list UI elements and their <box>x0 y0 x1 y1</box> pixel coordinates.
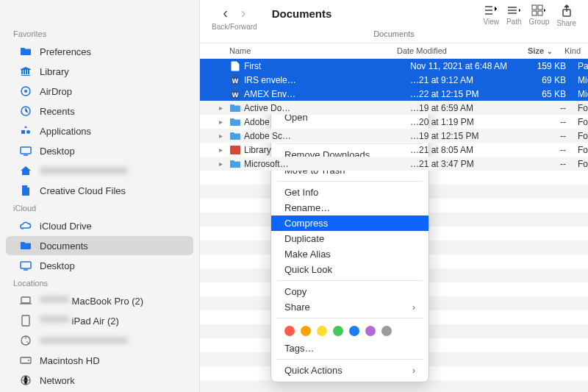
context-menu-item[interactable]: Copy <box>271 284 429 299</box>
context-menu-item[interactable]: Duplicate <box>271 231 429 246</box>
group-icon <box>531 4 546 16</box>
sidebar-item[interactable]: iPad Air (2) <box>6 311 193 330</box>
sidebar-item[interactable]: Desktop <box>6 256 193 275</box>
chevron-right-icon: › <box>412 366 415 376</box>
context-menu-item[interactable]: Make Alias <box>271 246 429 262</box>
back-icon[interactable]: ‹ <box>223 4 228 21</box>
context-menu-item[interactable]: Tags… <box>271 341 429 356</box>
sidebar-item[interactable]: Desktop <box>6 141 193 160</box>
sidebar-item-label: Desktop <box>40 260 75 271</box>
nav-back-forward[interactable]: ‹ › Back/Forward <box>212 4 257 31</box>
sidebar-item[interactable]: Network <box>6 371 193 390</box>
share-button[interactable]: Share <box>556 4 576 27</box>
file-name: Library <box>244 145 404 155</box>
file-size: -- <box>514 131 572 141</box>
svg-rect-6 <box>22 316 29 326</box>
view-button[interactable]: View <box>483 4 499 27</box>
table-row[interactable]: ▸ Microsoft… …21 at 3:47 PM -- Folde… <box>200 157 588 171</box>
file-kind: Folde… <box>572 145 588 155</box>
sidebar: FavoritesPreferencesLibraryAirDropRecent… <box>0 0 200 392</box>
tag-color-dot[interactable] <box>381 326 392 336</box>
tag-color-dot[interactable] <box>301 326 311 336</box>
file-kind: Pack… <box>572 61 588 71</box>
folder-icon <box>19 45 32 58</box>
sidebar-item[interactable] <box>6 331 193 350</box>
file-name: Adobe Sc… <box>244 131 404 141</box>
tag-color-dot[interactable] <box>317 326 327 336</box>
tag-color-dot[interactable] <box>284 326 295 336</box>
context-menu-item[interactable]: Quick Look <box>271 262 429 277</box>
disclosure-triangle-icon[interactable]: ▸ <box>215 146 226 154</box>
tag-color-row[interactable] <box>271 321 429 341</box>
forward-icon[interactable]: › <box>241 4 246 21</box>
clock-icon <box>19 104 32 118</box>
disclosure-triangle-icon[interactable]: ▸ <box>215 132 226 140</box>
context-menu-label: Share <box>284 302 310 313</box>
page-icon <box>229 61 241 71</box>
library-icon <box>19 65 32 78</box>
file-name: IRS envele… <box>244 75 404 85</box>
table-row[interactable]: W AMEX Env… …22 at 12:15 PM 65 KB Micro… <box>200 87 588 101</box>
word-icon: W <box>229 75 241 85</box>
table-row[interactable]: W IRS envele… …21 at 9:12 AM 69 KB Micro… <box>200 73 588 87</box>
file-name: Adobe <box>244 117 404 127</box>
sidebar-item[interactable]: Applications <box>6 121 193 140</box>
view-icon <box>484 4 498 16</box>
context-menu-item[interactable]: Rename… <box>271 200 429 215</box>
table-row[interactable]: First Nov 11, 2021 at 6:48 AM 159 KB Pac… <box>200 59 588 73</box>
context-menu-item[interactable]: Compress <box>271 215 429 231</box>
file-kind: Micro… <box>572 89 588 99</box>
chevron-right-icon: › <box>412 302 415 313</box>
path-button[interactable]: Path <box>506 4 522 27</box>
tag-color-dot[interactable] <box>349 326 359 336</box>
sidebar-item[interactable]: Preferences <box>6 42 193 61</box>
sidebar-item-label: Documents <box>40 240 88 252</box>
sidebar-item-label: Applications <box>40 126 91 137</box>
table-row[interactable]: ▸ Active Do… …19 at 6:59 AM -- Folde… <box>200 101 588 115</box>
context-menu-item[interactable]: Get Info <box>271 185 429 200</box>
svg-point-1 <box>24 90 27 93</box>
context-menu-item[interactable]: Quick Actions› <box>271 363 429 378</box>
col-size[interactable]: Size⌄ <box>501 46 559 55</box>
sidebar-item-label: Macintosh HD <box>40 355 100 366</box>
table-row[interactable]: ▸ Adobe …20 at 1:19 PM -- Folde… <box>200 115 588 129</box>
sidebar-item[interactable] <box>6 161 193 180</box>
file-size: 65 KB <box>514 89 572 99</box>
group-button[interactable]: Group <box>529 4 550 27</box>
col-kind[interactable]: Kind <box>559 46 588 55</box>
file-date: …21 at 3:47 PM <box>404 159 514 169</box>
sidebar-item[interactable]: Creative Cloud Files <box>6 181 193 200</box>
disclosure-triangle-icon[interactable]: ▸ <box>215 104 226 112</box>
context-menu-item[interactable]: Share› <box>271 299 429 315</box>
sidebar-item-label: Network <box>40 375 75 386</box>
disclosure-triangle-icon[interactable]: ▸ <box>215 160 226 168</box>
sort-indicator-icon: ⌄ <box>547 48 553 55</box>
sidebar-item[interactable]: Documents <box>6 236 193 255</box>
sidebar-item[interactable]: AirDrop <box>6 82 193 101</box>
tag-color-dot[interactable] <box>365 326 376 336</box>
sidebar-item[interactable]: Library <box>6 62 193 81</box>
col-date[interactable]: Date Modified <box>391 46 501 55</box>
sidebar-item[interactable]: Macintosh HD <box>6 351 193 370</box>
folder-icon <box>229 117 241 127</box>
disclosure-triangle-icon[interactable]: ▸ <box>215 118 226 126</box>
file-name: Microsoft… <box>244 159 404 169</box>
sidebar-item[interactable]: MacBook Pro (2) <box>6 291 193 310</box>
col-name[interactable]: Name <box>200 46 391 55</box>
table-row[interactable]: ▸ Library …21 at 8:05 AM -- Folde… <box>200 143 588 157</box>
sidebar-item[interactable]: Recents <box>6 101 193 121</box>
share-icon <box>561 4 573 18</box>
file-size: 69 KB <box>514 75 572 85</box>
svg-text:W: W <box>232 77 239 85</box>
file-size: -- <box>514 159 572 169</box>
file-date: …19 at 6:59 AM <box>404 103 514 113</box>
svg-rect-14 <box>538 11 542 15</box>
sidebar-section-header: Favorites <box>0 26 199 41</box>
sidebar-item[interactable]: iCloud Drive <box>6 216 193 235</box>
tag-color-dot[interactable] <box>333 326 343 336</box>
folder-icon <box>229 103 241 113</box>
sidebar-item-label: iCloud Drive <box>40 221 92 232</box>
file-name: First <box>244 61 404 71</box>
table-row[interactable]: ▸ Adobe Sc… …19 at 12:15 PM -- Folde… <box>200 129 588 143</box>
file-kind: Folde… <box>572 103 588 113</box>
